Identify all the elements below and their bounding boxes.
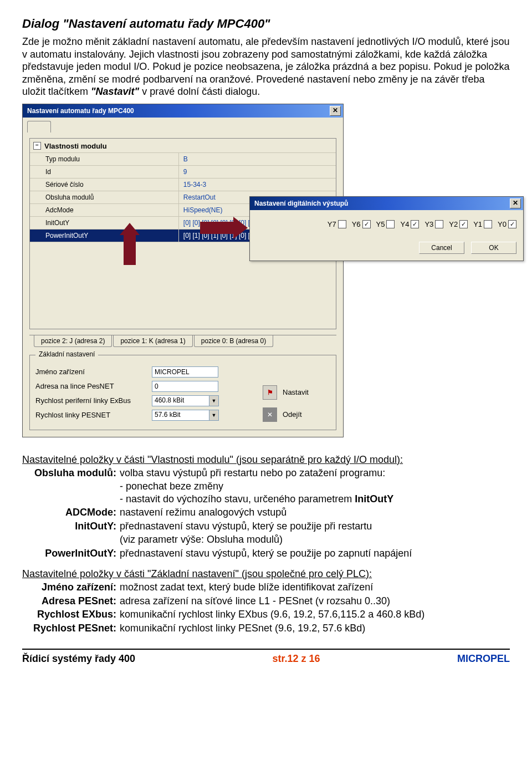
prop-value: 15-34-3 <box>179 179 336 191</box>
group-title: Vlastnosti modulu <box>44 142 107 150</box>
close-icon[interactable]: ✕ <box>510 198 521 208</box>
footer-rule <box>22 649 510 650</box>
y0-checkbox[interactable] <box>508 220 516 228</box>
y5-label: Y5 <box>376 220 385 228</box>
y7-label: Y7 <box>328 220 336 228</box>
settings-dialog: Nastavení automatu řady MPC400 ✕ − Vlast… <box>22 104 344 437</box>
prop-label: Id <box>30 166 179 178</box>
y5-checkbox[interactable] <box>386 220 395 228</box>
desc-obsluha-3a: - nastavit do výchozího stavu, určeného … <box>120 493 355 504</box>
term-adresa: Adresa PESnet: <box>22 595 120 608</box>
desc-adcmode: nastavení režimu analogových vstupů <box>120 506 510 519</box>
term-jmeno: Jméno zařízení: <box>22 581 120 594</box>
device-name-label: Jméno zařízení <box>35 368 152 376</box>
desc-exbus: komunikační rychlost linky EXbus (9.6, 1… <box>120 608 510 621</box>
flag-icon: ⚑ <box>263 385 277 400</box>
tab-position-0[interactable]: pozice 0: B (adresa 0) <box>194 335 273 347</box>
y4-label: Y4 <box>400 220 409 228</box>
tab-position-1[interactable]: pozice 1: K (adresa 1) <box>113 335 192 347</box>
desc-obsluha-1: volba stavu výstupů při restartu nebo po… <box>120 467 510 480</box>
footer-left: Řídicí systémy řady 400 <box>22 653 135 665</box>
y3-label: Y3 <box>424 220 433 228</box>
tab-position-2[interactable]: pozice 2: J (adresa 2) <box>34 335 112 347</box>
prop-label: AdcMode <box>30 204 179 216</box>
prop-label: InitOutY <box>30 217 179 229</box>
digital-outputs-dialog: Nastavení digitálních výstupů ✕ Y7 Y6 Y5… <box>249 196 524 261</box>
intro-paragraph: Zde je možno měnit základní nastavení au… <box>22 35 510 98</box>
pesnet-speed-label: Rychlost linky PESNET <box>35 411 152 419</box>
y4-checkbox[interactable] <box>411 220 419 228</box>
apply-button[interactable]: ⚑ Nastavit <box>263 385 327 400</box>
ok-button[interactable]: OK <box>471 242 516 254</box>
y0-label: Y0 <box>498 220 507 228</box>
position-tabs: pozice 2: J (adresa 2) pozice 1: K (adre… <box>29 335 336 347</box>
prop-label: PowerInitOutY <box>30 230 179 242</box>
table-row[interactable]: Sériové číslo 15-34-3 <box>30 178 336 191</box>
prop-value: 9 <box>179 166 336 178</box>
exbus-speed-select[interactable]: 460.8 kBit <box>152 395 209 406</box>
group-basic-settings: Základní nastavení Jméno zařízení Adresa… <box>29 355 336 430</box>
desc-obsluha-2: - ponechat beze změny <box>22 480 510 493</box>
device-name-input[interactable] <box>152 366 218 378</box>
term-obsluha: Obsluha modulů: <box>22 467 120 480</box>
table-row[interactable]: Typ modulu B <box>30 152 336 165</box>
prop-label: Typ modulu <box>30 153 179 165</box>
y6-checkbox[interactable] <box>362 220 371 228</box>
close-square-icon: ✕ <box>263 407 277 422</box>
desc-pesnet: komunikační rychlost linky PESnet (9.6, … <box>120 622 510 635</box>
term-initouty: InitOutY: <box>22 520 120 533</box>
section-head-module: Nastavitelné položky v části "Vlastnosti… <box>22 454 510 466</box>
chevron-down-icon[interactable]: ▼ <box>209 410 219 421</box>
desc-adresa: adresa zařízení na síťové lince L1 - PES… <box>120 595 510 608</box>
callout-up-arrow <box>120 223 140 265</box>
tab-blank[interactable] <box>27 121 51 132</box>
desc-obsluha-3b: InitOutY <box>355 493 393 504</box>
cancel-button[interactable]: Cancel <box>419 242 464 254</box>
prop-label: Obsluha modulů <box>30 191 179 203</box>
close-icon[interactable]: ✕ <box>330 106 341 116</box>
pesnet-address-input[interactable] <box>152 381 218 392</box>
y3-checkbox[interactable] <box>435 220 443 228</box>
term-powerinitouty: PowerInitOutY: <box>22 547 120 560</box>
prop-value: B <box>179 153 336 165</box>
page-title: Dialog "Nastavení automatu řady MPC400" <box>22 17 510 31</box>
desc-initouty-2: (viz parametr výše: Obsluha modulů) <box>22 533 510 546</box>
y6-label: Y6 <box>352 220 361 228</box>
table-row[interactable]: Id 9 <box>30 165 336 178</box>
dialog-titlebar: Nastavení automatu řady MPC400 ✕ <box>23 104 343 118</box>
intro-tail: v pravé dolní části dialogu. <box>139 86 260 97</box>
prop-label: Sériové číslo <box>30 179 179 191</box>
term-pesnet: Rychlost PESnet: <box>22 622 120 635</box>
apply-label: Nastavit <box>283 388 327 396</box>
footer-page: str.12 z 16 <box>273 653 320 665</box>
exbus-speed-label: Rychlost periferní linky ExBus <box>35 396 152 405</box>
y1-checkbox[interactable] <box>484 220 492 228</box>
y1-label: Y1 <box>473 220 482 228</box>
collapse-icon[interactable]: − <box>33 142 41 150</box>
outputs-checkbox-row: Y7 Y6 Y5 Y4 Y3 Y2 Y1 Y0 <box>257 220 516 228</box>
section-head-basic: Nastavitelné položky v části "Základní n… <box>22 568 510 580</box>
exit-label: Odejít <box>283 410 327 419</box>
group2-label: Základní nastavení <box>35 350 98 358</box>
term-exbus: Rychlost EXbus: <box>22 608 120 621</box>
popup-title: Nastavení digitálních výstupů <box>254 200 348 207</box>
pesnet-speed-select[interactable]: 57.6 kBit <box>152 410 209 421</box>
dialog-top-tab <box>23 118 343 132</box>
y2-checkbox[interactable] <box>459 220 468 228</box>
desc-initouty-1: přednastavení stavu výstupů, který se po… <box>120 520 510 533</box>
pesnet-address-label: Adresa na lince PesNET <box>35 382 152 390</box>
desc-powerinitouty: přednastavení stavu výstupů, který se po… <box>120 547 510 560</box>
y2-label: Y2 <box>449 220 458 228</box>
footer-brand: MICROPEL <box>457 653 510 665</box>
page-footer: Řídicí systémy řady 400 str.12 z 16 MICR… <box>22 653 510 665</box>
chevron-down-icon[interactable]: ▼ <box>209 395 219 406</box>
term-adcmode: ADCMode: <box>22 506 120 519</box>
dialog-title: Nastavení automatu řady MPC400 <box>27 107 134 115</box>
desc-jmeno: možnost zadat text, který bude blíže ide… <box>120 581 510 594</box>
exit-button[interactable]: ✕ Odejít <box>263 407 327 422</box>
intro-em: "Nastavit" <box>91 86 139 97</box>
callout-right-arrow <box>200 217 248 239</box>
y7-checkbox[interactable] <box>338 220 346 228</box>
